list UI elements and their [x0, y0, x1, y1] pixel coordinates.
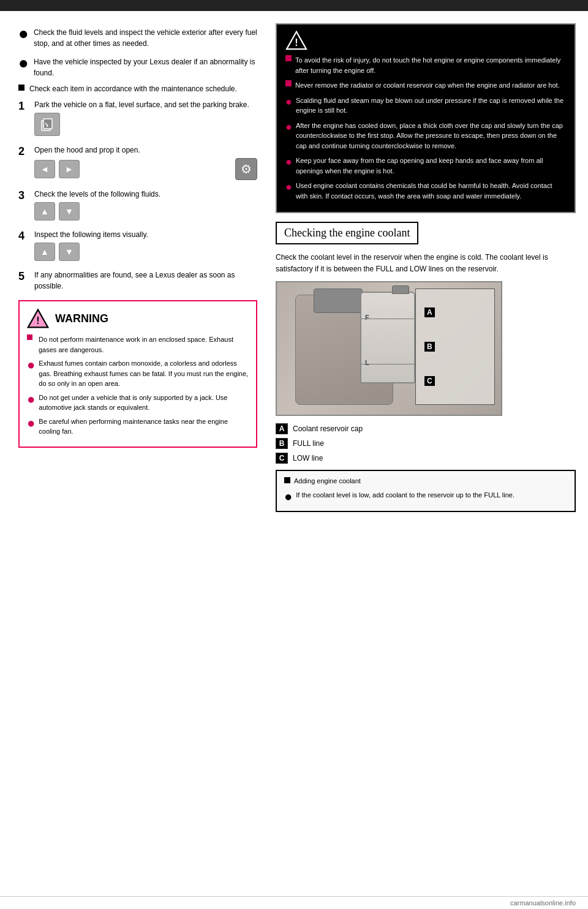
wbr-sq-icon-2: [285, 80, 292, 86]
warning-content: Do not perform maintenance work in an en…: [27, 334, 249, 437]
step-num-5: 5: [18, 270, 29, 284]
note-sq-icon-1: [284, 477, 290, 483]
bullet-dot-1: ●: [18, 23, 29, 44]
label-row-B: B FULL line: [276, 438, 576, 449]
wbr-dot-icon-2: ●: [285, 121, 292, 134]
wbr-dot-text-4: Used engine coolant contains chemicals t…: [296, 181, 566, 201]
diagram-line-A: A: [424, 307, 439, 317]
bullet-item-1: ● Check the fluid levels and inspect the…: [18, 23, 257, 49]
step-2: 2 Open the hood and prop it open. ◄ ► ⚙: [18, 145, 257, 183]
warning-box-right-top: ! To avoid the risk of injury, do not to…: [276, 23, 576, 213]
wbr-dot-text-2: After the engine has cooled down, place …: [296, 121, 566, 151]
step-1-text: Park the vehicle on a flat, level surfac…: [34, 99, 257, 110]
step-num-3: 3: [18, 189, 29, 203]
up-button-3[interactable]: ▲: [34, 202, 55, 221]
warning-dot-text-2: Do not get under a vehicle that is only …: [39, 393, 249, 413]
square-item-1: Check each item in accordance with the m…: [18, 83, 257, 94]
warning-triangle-icon: !: [27, 307, 49, 330]
note-box: Adding engine coolant ● If the coolant l…: [276, 470, 576, 512]
warning-dot-item-1: ● Exhaust fumes contain carbon monoxide,…: [27, 358, 249, 389]
section-heading: Checking the engine coolant: [276, 222, 418, 244]
wbr-dot-icon-4: ●: [285, 181, 292, 194]
step-5-content: If any abnormalities are found, see a Le…: [34, 270, 257, 292]
content-wrapper: ● Check the fluid levels and inspect the…: [0, 11, 588, 524]
square-text-1: Check each item in accordance with the m…: [29, 83, 237, 94]
label-row-A: A Coolant reservoir cap: [276, 423, 576, 434]
warning-header: ! WARNING: [27, 307, 249, 330]
bottom-bar: carmanualsonline.info: [0, 896, 588, 909]
gear-button[interactable]: ⚙: [235, 158, 257, 180]
engine-image: F L A B: [276, 281, 502, 416]
step-2-icons: ◄ ► ⚙: [34, 158, 257, 180]
note-dot-text-1: If the coolant level is low, add coolant…: [296, 490, 514, 500]
bullet-dot-2: ●: [18, 53, 29, 74]
note-sq-text-1: Adding engine coolant: [294, 476, 361, 486]
diagram-line-C: C: [424, 376, 439, 386]
wbr-dot-item-2: ● After the engine has cooled down, plac…: [285, 121, 566, 151]
step-num-1: 1: [18, 99, 29, 113]
wbr-dot-text-1: Scalding fluid and steam may be blown ou…: [296, 96, 566, 116]
note-sq-row-1: Adding engine coolant: [284, 476, 567, 486]
wbr-sq-text-2: Never remove the radiator or coolant res…: [295, 80, 560, 91]
step-3: 3 Check the levels of the following flui…: [18, 189, 257, 223]
warning-dot-icon-3: ●: [27, 417, 35, 430]
warning-dot-item-3: ● Be careful when performing maintenance…: [27, 417, 249, 437]
wbr-sq-icon-1: [285, 55, 292, 61]
wbr-sq-item-2: Never remove the radiator or coolant res…: [285, 80, 566, 91]
step-2-text: Open the hood and prop it open.: [34, 145, 257, 156]
down-button-3[interactable]: ▼: [59, 202, 80, 221]
svg-text:!: !: [295, 37, 298, 48]
step-4-text: Inspect the following items visually.: [34, 229, 257, 240]
wbr-sq-item-1: To avoid the risk of injury, do not touc…: [285, 55, 566, 75]
diagram-line-B: B: [424, 342, 439, 352]
step-1: 1 Park the vehicle on a flat, level surf…: [18, 99, 257, 138]
warning-dot-item-2: ● Do not get under a vehicle that is onl…: [27, 393, 249, 413]
warning-box-left: ! WARNING Do not perform maintenance wor…: [18, 300, 257, 448]
prev-button[interactable]: ◄: [34, 160, 55, 178]
wbr-header: !: [285, 31, 566, 50]
copy-icon-button[interactable]: [34, 113, 60, 136]
wbr-dot-icon-3: ●: [285, 156, 292, 168]
engine-bg: F L A B: [277, 282, 501, 415]
warning-triangle-right-icon: !: [285, 31, 307, 50]
step-3-icons: ▲ ▼: [34, 202, 257, 221]
next-button[interactable]: ►: [59, 160, 80, 178]
watermark: carmanualsonline.info: [510, 899, 576, 907]
label-text-B: FULL line: [293, 438, 324, 449]
wbr-dot-item-3: ● Keep your face away from the cap openi…: [285, 156, 566, 176]
step-5: 5 If any abnormalities are found, see a …: [18, 270, 257, 292]
warning-sq-icon-1: [27, 334, 32, 340]
up-button-4[interactable]: ▲: [34, 243, 55, 261]
step-4-icons: ▲ ▼: [34, 243, 257, 261]
wbr-dot-item-4: ● Used engine coolant contains chemicals…: [285, 181, 566, 201]
warning-dot-icon-1: ●: [27, 358, 35, 372]
diagram-overlay: A B C: [415, 289, 495, 405]
label-badge-B: B: [276, 438, 288, 449]
step-4-content: Inspect the following items visually. ▲ …: [34, 229, 257, 263]
label-badge-A: A: [276, 423, 288, 434]
warning-sq-item-1: Do not perform maintenance work in an en…: [27, 334, 249, 355]
label-badge-C: C: [276, 453, 288, 464]
step-1-content: Park the vehicle on a flat, level surfac…: [34, 99, 257, 138]
right-column: ! To avoid the risk of injury, do not to…: [270, 17, 588, 518]
wbr-dot-text-3: Keep your face away from the cap opening…: [296, 156, 566, 176]
warning-dot-icon-2: ●: [27, 393, 35, 406]
bullet-text-1: Check the fluid levels and inspect the v…: [34, 23, 257, 49]
step-4: 4 Inspect the following items visually. …: [18, 229, 257, 263]
square-icon-1: [18, 85, 24, 91]
note-dot-icon-1: ●: [284, 490, 292, 504]
svg-text:!: !: [36, 315, 39, 326]
label-row-C: C LOW line: [276, 453, 576, 464]
warning-title: WARNING: [55, 312, 108, 325]
top-bar: [0, 0, 588, 11]
label-text-A: Coolant reservoir cap: [293, 423, 363, 434]
wbr-dot-item-1: ● Scalding fluid and steam may be blown …: [285, 96, 566, 116]
down-button-4[interactable]: ▼: [59, 243, 80, 261]
warning-dot-text-1: Exhaust fumes contain carbon monoxide, a…: [39, 358, 249, 389]
warning-dot-text-3: Be careful when performing maintenance t…: [39, 417, 249, 437]
intro-text: Check the coolant level in the reservoir…: [276, 252, 576, 275]
warning-sq-text-1: Do not perform maintenance work in an en…: [39, 334, 249, 355]
label-text-C: LOW line: [293, 453, 323, 464]
wbr-sq-text-1: To avoid the risk of injury, do not touc…: [295, 55, 566, 75]
bullet-item-2: ● Have the vehicle inspected by your Lex…: [18, 53, 257, 78]
